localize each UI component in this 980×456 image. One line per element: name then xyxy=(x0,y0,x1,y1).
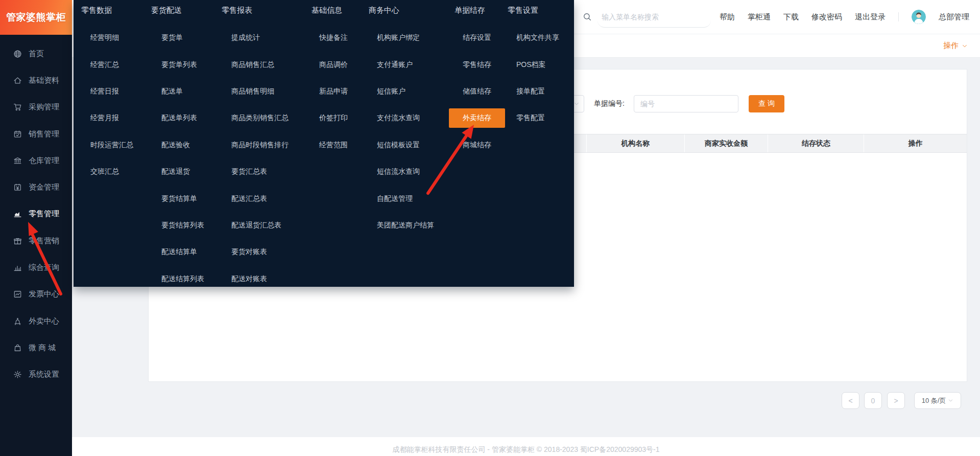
menu-item[interactable]: 经营汇总 xyxy=(90,60,119,70)
area-chart-icon xyxy=(13,210,22,218)
menu-item[interactable]: 配送单列表 xyxy=(161,113,197,123)
menu-item[interactable]: 商品销售明细 xyxy=(231,87,274,96)
menu-item[interactable]: 商品调价 xyxy=(319,60,348,70)
menu-item[interactable]: 要货单 xyxy=(161,33,183,42)
menu-item[interactable]: 新品申请 xyxy=(319,87,348,96)
sidebar-item[interactable]: 系统设置 xyxy=(0,361,72,388)
gift-icon xyxy=(13,237,22,245)
sidebar-item-label: 发票中心 xyxy=(29,289,59,299)
chevron-down-icon xyxy=(962,43,968,49)
menu-item[interactable]: 要货汇总表 xyxy=(231,167,267,176)
menu-item[interactable]: 短信账户 xyxy=(377,87,405,96)
menu-item[interactable]: 要货单列表 xyxy=(161,60,197,70)
menu-item[interactable]: 支付流水查询 xyxy=(377,113,420,123)
topbar-link[interactable]: 修改密码 xyxy=(811,12,842,22)
divider xyxy=(898,12,899,21)
menu-item[interactable]: 短信流水查询 xyxy=(377,167,420,176)
menu-item[interactable]: 储值结存 xyxy=(463,87,491,96)
menu-item[interactable]: POS档案 xyxy=(516,60,546,70)
side-bar: 管家婆熊掌柜 首页基础资料采购管理销售管理仓库管理资金管理零售管理零售营销综合查… xyxy=(0,0,72,456)
sidebar-item[interactable]: 基础资料 xyxy=(0,67,72,94)
search-input[interactable] xyxy=(597,13,711,21)
menu-item[interactable]: 机构文件共享 xyxy=(516,33,559,42)
menu-item[interactable]: 配送结算列表 xyxy=(161,275,204,284)
sidebar-item[interactable]: 零售管理 xyxy=(0,201,72,227)
pagination-prev-button[interactable]: < xyxy=(842,392,859,409)
sidebar-item-label: 采购管理 xyxy=(29,102,59,112)
menu-item[interactable]: 配送结算单 xyxy=(161,247,197,257)
calendar-check-icon xyxy=(13,130,22,139)
menu-item[interactable]: 美团配送商户结算 xyxy=(377,221,434,230)
table-header-cell: 商家实收金额 xyxy=(684,134,768,152)
sidebar-item-label: 仓库管理 xyxy=(29,156,59,166)
menu-item[interactable]: 经营日报 xyxy=(90,87,119,96)
topbar-link[interactable]: 下载 xyxy=(783,12,799,22)
menu-item[interactable]: 提成统计 xyxy=(231,33,260,42)
pagination-next-button[interactable]: > xyxy=(887,392,905,409)
menu-item[interactable]: 要货结算列表 xyxy=(161,221,204,230)
sidebar-item[interactable]: 首页 xyxy=(0,40,72,67)
menu-item[interactable]: 配送退货汇总表 xyxy=(231,221,281,230)
menu-item[interactable]: 要货结算单 xyxy=(161,194,197,203)
menu-item[interactable]: 价签打印 xyxy=(319,113,348,123)
menu-column-title: 商务中心 xyxy=(369,4,434,16)
menu-item[interactable]: 零售配置 xyxy=(516,113,545,123)
menu-item[interactable]: 经营明细 xyxy=(90,33,119,42)
menu-item[interactable]: 短信模板设置 xyxy=(377,141,420,150)
query-button[interactable]: 查 询 xyxy=(749,95,784,112)
sidebar-item[interactable]: 发票中心 xyxy=(0,281,72,308)
menu-item[interactable]: 商品时段销售排行 xyxy=(231,141,289,150)
footer: 成都能掌柜科技有限责任公司 - 管家婆能掌柜 © 2018-2023 蜀ICP备… xyxy=(72,437,980,456)
sidebar-item[interactable]: 零售营销 xyxy=(0,227,72,254)
trend-box-icon xyxy=(13,290,22,299)
topbar-link[interactable]: 退出登录 xyxy=(855,12,886,22)
menu-item[interactable]: 零售结存 xyxy=(463,60,491,70)
topbar-link[interactable]: 掌柜通 xyxy=(748,12,771,22)
footer-text: 成都能掌柜科技有限责任公司 - 管家婆能掌柜 © 2018-2023 蜀ICP备… xyxy=(392,445,659,453)
sidebar-item[interactable]: 综合查询 xyxy=(0,254,72,281)
menu-item[interactable]: 机构账户绑定 xyxy=(377,33,420,42)
sidebar-item[interactable]: 微 商 城 xyxy=(0,334,72,361)
avatar[interactable] xyxy=(912,10,926,24)
menu-column-title: 要货配送 xyxy=(151,4,204,16)
menu-item[interactable]: 配送单 xyxy=(161,87,183,96)
action-dropdown[interactable]: 操作 xyxy=(943,41,968,51)
menu-item[interactable]: 经营范围 xyxy=(319,141,348,150)
bell-icon xyxy=(13,317,22,326)
app-logo[interactable]: 管家婆熊掌柜 xyxy=(0,0,72,35)
menu-item[interactable]: 经营月报 xyxy=(90,113,119,123)
gear-icon xyxy=(13,370,22,379)
menu-item-highlighted[interactable]: 外卖结存 xyxy=(449,108,505,128)
menu-item[interactable]: 商城结存 xyxy=(463,141,491,150)
doc-no-input[interactable] xyxy=(634,95,738,112)
sidebar-item[interactable]: 外卖中心 xyxy=(0,308,72,334)
menu-item[interactable]: 配送汇总表 xyxy=(231,194,267,203)
page-size-label: 10 条/页 xyxy=(922,396,946,405)
menu-item[interactable]: 商品销售汇总 xyxy=(231,60,274,70)
menu-item[interactable]: 自配送管理 xyxy=(377,194,413,203)
sidebar-item[interactable]: 销售管理 xyxy=(0,121,72,147)
menu-item[interactable]: 支付通账户 xyxy=(377,60,413,70)
sidebar-menu: 首页基础资料采购管理销售管理仓库管理资金管理零售管理零售营销综合查询发票中心外卖… xyxy=(0,40,72,388)
username[interactable]: 总部管理 xyxy=(939,12,969,22)
sidebar-item[interactable]: 仓库管理 xyxy=(0,147,72,174)
page-size-select[interactable]: 10 条/页 xyxy=(914,392,961,409)
menu-item[interactable]: 配送对账表 xyxy=(231,275,267,284)
menu-item[interactable]: 商品类别销售汇总 xyxy=(231,113,289,123)
sidebar-item[interactable]: 采购管理 xyxy=(0,94,72,121)
menu-item[interactable]: 配送退货 xyxy=(161,167,190,176)
menu-item[interactable]: 交班汇总 xyxy=(90,167,119,176)
menu-item[interactable]: 接单配置 xyxy=(516,87,545,96)
menu-column: 零售数据经营明细经营汇总经营日报经营月报时段运营汇总交班汇总 xyxy=(81,4,133,185)
pagination-page-number[interactable]: 0 xyxy=(864,392,882,409)
topbar-link[interactable]: 帮助 xyxy=(720,12,735,22)
sidebar-item[interactable]: 资金管理 xyxy=(0,174,72,200)
menu-item[interactable]: 配送验收 xyxy=(161,141,190,150)
menu-item[interactable]: 要货对账表 xyxy=(231,247,267,257)
menu-item[interactable]: 结存设置 xyxy=(463,33,491,42)
mega-menu: 零售数据经营明细经营汇总经营日报经营月报时段运营汇总交班汇总要货配送要货单要货单… xyxy=(74,0,574,287)
menu-item[interactable]: 时段运营汇总 xyxy=(90,141,133,150)
bank-icon xyxy=(13,156,22,165)
sidebar-item-label: 综合查询 xyxy=(29,263,59,272)
menu-item[interactable]: 快捷备注 xyxy=(319,33,348,42)
